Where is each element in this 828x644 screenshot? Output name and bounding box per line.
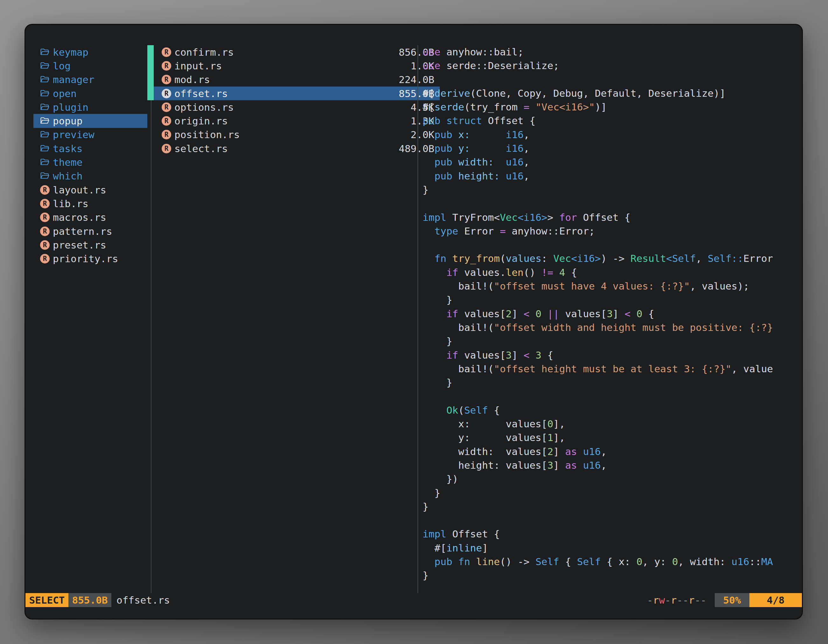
code-line	[423, 197, 803, 210]
item-label: popup	[53, 115, 82, 127]
item-label: plugin	[53, 102, 88, 113]
parent-item-preview[interactable]: preview	[33, 128, 147, 142]
code-line: #[serde(try_from = "Vec<i16>")]	[423, 100, 803, 114]
item-label: manager	[53, 74, 94, 85]
rust-icon: R	[40, 213, 50, 222]
item-label: layout.rs	[53, 184, 106, 196]
rust-icon: R	[162, 130, 171, 139]
parent-item-manager[interactable]: manager	[33, 73, 147, 86]
parent-item-priority.rs[interactable]: Rpriority.rs	[33, 252, 147, 265]
status-filename: offset.rs	[116, 593, 170, 607]
parent-item-macros.rs[interactable]: Rmacros.rs	[33, 211, 147, 224]
code-line: }	[423, 376, 803, 389]
parent-item-open[interactable]: open	[33, 86, 147, 100]
cursor-position-badge: 4/8	[750, 593, 802, 607]
code-line: pub width: u16,	[423, 155, 803, 169]
code-line: Ok(Self {	[423, 403, 803, 417]
parent-item-preset.rs[interactable]: Rpreset.rs	[33, 238, 147, 252]
parent-item-log[interactable]: log	[33, 59, 147, 72]
rust-icon: R	[162, 89, 171, 98]
file-row-offset.rs[interactable]: Roffset.rs855.0B	[154, 86, 440, 100]
code-line	[423, 238, 803, 252]
desktop: keymap log manager open plugin popup pre…	[0, 0, 828, 644]
parent-item-popup[interactable]: popup	[33, 114, 147, 128]
file-name: offset.rs	[174, 88, 228, 99]
folder-icon	[40, 89, 50, 98]
file-size-badge: 855.0B	[68, 593, 111, 607]
code-line: }	[423, 569, 803, 582]
folder-icon	[40, 117, 50, 125]
code-line: type Error = anyhow::Error;	[423, 224, 803, 238]
code-line: pub y: i16,	[423, 142, 803, 155]
rust-icon: R	[40, 199, 50, 208]
code-line	[423, 73, 803, 86]
file-row-position.rs[interactable]: Rposition.rs2.0K	[154, 128, 440, 142]
file-row-options.rs[interactable]: Roptions.rs4.5K	[154, 100, 440, 114]
code-line: #[derive(Clone, Copy, Debug, Default, De…	[423, 86, 803, 100]
item-label: pattern.rs	[53, 226, 112, 237]
folder-icon	[40, 130, 50, 139]
folder-icon	[40, 158, 50, 166]
scroll-percent-badge: 50%	[715, 593, 750, 607]
parent-item-tasks[interactable]: tasks	[33, 142, 147, 155]
item-label: open	[53, 88, 77, 99]
rust-icon: R	[162, 47, 171, 57]
parent-item-keymap[interactable]: keymap	[33, 45, 147, 59]
parent-item-plugin[interactable]: plugin	[33, 100, 147, 114]
file-permissions: -rw-r--r--	[647, 593, 706, 607]
file-name: select.rs	[174, 143, 228, 154]
item-label: which	[53, 170, 82, 182]
item-label: preview	[53, 129, 94, 140]
code-line	[423, 514, 803, 527]
file-row-select.rs[interactable]: Rselect.rs489.0B	[154, 142, 440, 155]
pane-separator-left	[151, 45, 152, 593]
rust-icon: R	[40, 185, 50, 195]
parent-item-which[interactable]: which	[33, 169, 147, 183]
status-bar: SELECT 855.0B offset.rs -rw-r--r-- 50% 4…	[25, 593, 802, 607]
code-line: width: values[2] as u16,	[423, 445, 803, 459]
folder-icon	[40, 172, 50, 180]
code-line: impl Offset {	[423, 527, 803, 541]
code-line: #[inline]	[423, 541, 803, 555]
item-label: preset.rs	[53, 239, 106, 251]
code-line: bail!("offset height must be at least 3:…	[423, 362, 803, 376]
file-row-origin.rs[interactable]: Rorigin.rs1.3K	[154, 114, 440, 128]
code-line: if values.len() != 4 {	[423, 266, 803, 279]
file-name: origin.rs	[174, 115, 228, 127]
code-line: }	[423, 293, 803, 307]
rust-icon: R	[162, 144, 171, 154]
file-row-confirm.rs[interactable]: Rconfirm.rs856.0B	[154, 45, 440, 59]
item-label: lib.rs	[53, 198, 88, 209]
file-row-input.rs[interactable]: Rinput.rs1.0K	[154, 59, 440, 72]
code-line: }	[423, 486, 803, 500]
code-line: use anyhow::bail;	[423, 45, 803, 59]
file-name: input.rs	[174, 60, 222, 72]
rust-icon: R	[162, 102, 171, 112]
code-line: bail!("offset width and height must be p…	[423, 321, 803, 334]
code-line: bail!("offset must have 4 values: {:?}",…	[423, 279, 803, 293]
code-line: if values[2] < 0 || values[3] < 0 {	[423, 307, 803, 321]
code-line	[423, 389, 803, 403]
code-line: pub fn line() -> Self { Self { x: 0, y: …	[423, 555, 803, 569]
item-label: tasks	[53, 143, 82, 154]
file-row-mod.rs[interactable]: Rmod.rs224.0B	[154, 73, 440, 86]
code-preview-pane: use anyhow::bail;use serde::Deserialize;…	[423, 45, 803, 593]
parent-item-lib.rs[interactable]: Rlib.rs	[33, 197, 147, 210]
item-label: macros.rs	[53, 212, 106, 223]
code-line: pub height: u16,	[423, 169, 803, 183]
parent-item-theme[interactable]: theme	[33, 155, 147, 169]
code-line: use serde::Deserialize;	[423, 59, 803, 72]
code-line: fn try_from(values: Vec<i16>) -> Result<…	[423, 252, 803, 265]
code-line: height: values[3] as u16,	[423, 459, 803, 472]
code-line: }	[423, 500, 803, 514]
code-line: x: values[0],	[423, 417, 803, 431]
parent-item-layout.rs[interactable]: Rlayout.rs	[33, 183, 147, 197]
item-label: theme	[53, 157, 82, 168]
code-line: if values[3] < 3 {	[423, 348, 803, 362]
folder-icon	[40, 62, 50, 70]
parent-item-pattern.rs[interactable]: Rpattern.rs	[33, 224, 147, 238]
mode-badge: SELECT	[25, 593, 68, 607]
rust-icon: R	[40, 240, 50, 250]
folder-icon	[40, 103, 50, 111]
parent-pane: keymap log manager open plugin popup pre…	[33, 45, 147, 266]
